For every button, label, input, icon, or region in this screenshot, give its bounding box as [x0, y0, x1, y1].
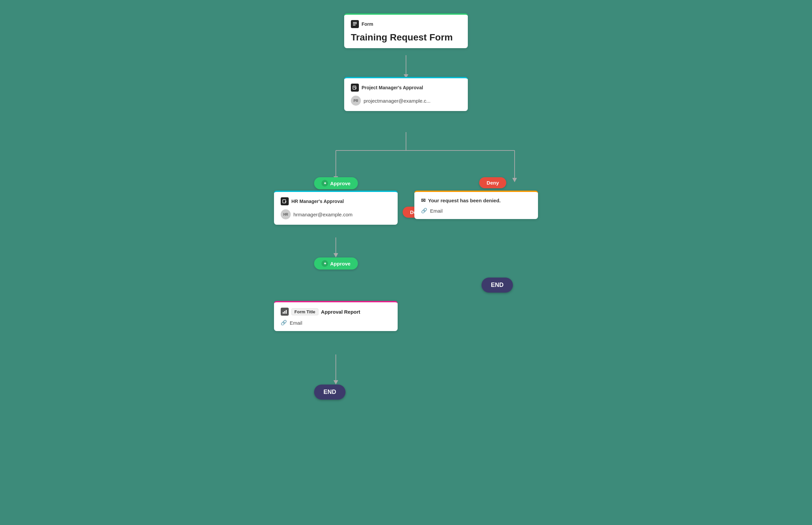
approve-icon-2: ✦	[322, 260, 328, 267]
approval-report-label: Approval Report	[321, 309, 361, 315]
end-label-right: END	[491, 282, 503, 288]
pm-avatar: PR	[351, 96, 361, 106]
svg-rect-22	[283, 200, 286, 203]
approval-report-link-label: Email	[290, 320, 302, 326]
approve-pill-2[interactable]: ✦ Approve	[314, 257, 358, 270]
denied-title: Your request has been denied.	[428, 198, 501, 203]
approve-pill-1[interactable]: ✦ Approve	[314, 177, 358, 189]
pm-approval-label: Project Manager's Approval	[362, 85, 423, 90]
form-card-header: Form	[351, 20, 461, 28]
deny-label-1: Deny	[486, 180, 499, 185]
end-label-left: END	[324, 389, 336, 395]
denied-link-icon: 🔗	[421, 208, 427, 214]
form-card[interactable]: Form Training Request Form	[344, 13, 468, 48]
approve-label-1: Approve	[330, 181, 350, 186]
approval-link-icon: 🔗	[281, 320, 287, 326]
hr-approval-card[interactable]: HR Manager's Approval HR hrmanager@examp…	[274, 191, 397, 225]
deny-pill-1[interactable]: Deny	[479, 177, 506, 188]
denied-header: ✉ Your request has been denied.	[421, 197, 531, 204]
denied-email-card[interactable]: ✉ Your request has been denied. 🔗 Email	[415, 191, 538, 219]
pm-approval-header: Project Manager's Approval	[351, 84, 461, 92]
approval-report-link-row: 🔗 Email	[281, 320, 391, 326]
form-title: Training Request Form	[351, 32, 461, 43]
hr-approval-header: HR Manager's Approval	[281, 197, 391, 205]
pm-approval-card[interactable]: Project Manager's Approval PR projectman…	[344, 77, 468, 111]
hr-email-row: HR hrmanager@example.com	[281, 209, 391, 219]
end-node-right: END	[482, 278, 513, 292]
hr-avatar: HR	[281, 209, 291, 219]
svg-rect-24	[284, 311, 285, 314]
form-type-label: Form	[362, 21, 373, 27]
approval-report-header: Form Title Approval Report	[281, 308, 391, 316]
svg-rect-17	[353, 24, 357, 24]
denied-link-label: Email	[430, 208, 443, 214]
svg-rect-16	[353, 22, 357, 23]
pm-email-row: PR projectmanager@example.c...	[351, 96, 461, 106]
svg-marker-7	[512, 178, 517, 182]
denied-link-row: 🔗 Email	[421, 208, 531, 214]
denied-email-icon: ✉	[421, 197, 425, 204]
form-icon	[351, 20, 359, 28]
svg-rect-18	[353, 25, 356, 26]
hr-approval-label: HR Manager's Approval	[291, 199, 344, 204]
approve-label-2: Approve	[330, 261, 350, 267]
svg-marker-15	[333, 380, 338, 385]
end-node-left: END	[314, 385, 345, 400]
approve-icon-1: ✦	[322, 180, 328, 186]
flowchart: Form Training Request Form Project Manag…	[256, 7, 556, 475]
svg-marker-9	[333, 253, 338, 257]
approval-report-card[interactable]: Form Title Approval Report 🔗 Email	[274, 301, 397, 331]
form-title-tag: Form Title	[291, 308, 318, 315]
pm-email: projectmanager@example.c...	[363, 98, 431, 104]
svg-rect-25	[286, 310, 287, 314]
hr-email: hrmanager@example.com	[293, 212, 353, 217]
pm-approval-icon	[351, 84, 359, 92]
chart-icon	[281, 308, 289, 316]
svg-rect-23	[283, 312, 284, 314]
hr-approval-icon	[281, 197, 289, 205]
